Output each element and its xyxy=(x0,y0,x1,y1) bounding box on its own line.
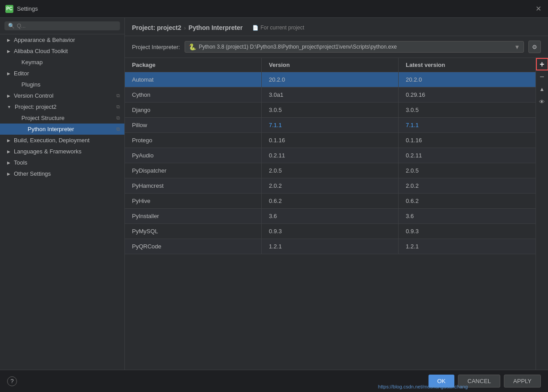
cell-latest: 2.0.2 xyxy=(399,178,536,193)
cell-package: PyHive xyxy=(125,194,262,208)
table-actions: + − ▲ 👁 xyxy=(536,58,548,370)
cell-latest: 1.2.1 xyxy=(399,239,536,254)
cell-package: PyInstaller xyxy=(125,209,262,223)
main-layout: 🔍 ▶Appearance & Behavior▶Alibaba Cloud T… xyxy=(0,18,548,370)
remove-package-button[interactable]: − xyxy=(536,70,548,83)
sidebar-item-label: Plugins xyxy=(21,81,41,88)
table-header: Package Version Latest version xyxy=(125,58,536,72)
cell-package: Django xyxy=(125,103,262,117)
sidebar-item-project-structure[interactable]: Project Structure⧉ xyxy=(0,112,124,124)
python-icon: 🐍 xyxy=(189,43,196,50)
cell-latest: 0.2.11 xyxy=(399,148,536,163)
breadcrumb-scope: 📄 For current project xyxy=(252,25,304,31)
breadcrumb: Project: project2 › Python Interpreter 📄… xyxy=(125,18,548,36)
arrow-right-icon: ▶ xyxy=(7,172,10,176)
cell-package: Automat xyxy=(125,72,262,87)
arrow-down-icon: ▼ xyxy=(7,105,11,109)
table-row[interactable]: PyHive0.6.20.6.2 xyxy=(125,194,536,209)
add-package-button[interactable]: + xyxy=(536,58,548,70)
table-row[interactable]: PyDispatcher2.0.52.0.5 xyxy=(125,163,536,178)
update-package-button[interactable]: ▲ xyxy=(536,83,548,95)
breadcrumb-page: Python Interpreter xyxy=(189,24,243,31)
cell-version: 3.6 xyxy=(262,209,399,223)
cell-package: Pillow xyxy=(125,118,262,132)
interpreter-gear-button[interactable]: ⚙ xyxy=(528,41,541,53)
col-latest: Latest version xyxy=(399,58,536,72)
col-package: Package xyxy=(125,58,262,72)
url-hint: https://blog.csdn.net/moshangduanchang xyxy=(378,384,468,389)
cell-version: 1.2.1 xyxy=(262,239,399,254)
cell-latest: 20.2.0 xyxy=(399,72,536,87)
sidebar-item-build[interactable]: ▶Build, Execution, Deployment xyxy=(0,135,124,146)
close-button[interactable]: ✕ xyxy=(534,4,543,13)
sidebar-item-alibaba[interactable]: ▶Alibaba Cloud Toolkit xyxy=(0,45,124,57)
cell-package: PyDispatcher xyxy=(125,163,262,178)
title-bar: PC Settings ✕ xyxy=(0,0,548,18)
copy-icon: ⧉ xyxy=(116,93,120,99)
sidebar-item-version-control[interactable]: ▶Version Control⧉ xyxy=(0,90,124,101)
table-row[interactable]: Django3.0.53.0.5 xyxy=(125,103,536,118)
arrow-right-icon: ▶ xyxy=(7,161,10,165)
interpreter-row: Project Interpreter: 🐍 Python 3.8 (proje… xyxy=(125,36,548,58)
sidebar-item-languages[interactable]: ▶Languages & Frameworks xyxy=(0,146,124,157)
cell-latest: 3.6 xyxy=(399,209,536,223)
sidebar-item-appearance[interactable]: ▶Appearance & Behavior xyxy=(0,34,124,45)
table-row[interactable]: PyAudio0.2.110.2.11 xyxy=(125,148,536,163)
bottom-left: ? xyxy=(7,376,17,386)
table-row[interactable]: PyMySQL0.9.30.9.3 xyxy=(125,224,536,239)
cell-latest: 2.0.5 xyxy=(399,163,536,178)
col-version: Version xyxy=(262,58,399,72)
search-input[interactable] xyxy=(17,23,116,29)
table-row[interactable]: PyQRCode1.2.11.2.1 xyxy=(125,239,536,254)
sidebar-item-label: Alibaba Cloud Toolkit xyxy=(14,48,68,54)
sidebar-item-label: Python Interpreter xyxy=(28,126,74,132)
cell-latest: 0.29.16 xyxy=(399,87,536,102)
copy-icon: ⧉ xyxy=(116,104,120,110)
cell-version: 2.0.5 xyxy=(262,163,399,178)
table-row[interactable]: Protego0.1.160.1.16 xyxy=(125,133,536,148)
toggle-visibility-button[interactable]: 👁 xyxy=(536,95,548,108)
copy-icon: ⧉ xyxy=(116,115,120,121)
sidebar-item-plugins[interactable]: Plugins xyxy=(0,79,124,90)
cell-version: 3.0a1 xyxy=(262,87,399,102)
table-row[interactable]: Pillow7.1.17.1.1 xyxy=(125,118,536,133)
search-bar: 🔍 xyxy=(0,18,124,34)
cell-version: 2.0.2 xyxy=(262,178,399,193)
sidebar-item-project[interactable]: ▼Project: project2⧉ xyxy=(0,101,124,112)
sidebar-item-editor[interactable]: ▶Editor xyxy=(0,68,124,79)
breadcrumb-separator: › xyxy=(184,25,185,31)
package-table: Package Version Latest version Automat20… xyxy=(125,58,536,370)
help-button[interactable]: ? xyxy=(7,376,17,386)
app-icon: PC xyxy=(5,5,13,13)
table-row[interactable]: PyHamcrest2.0.22.0.2 xyxy=(125,178,536,194)
bottom-bar: ? https://blog.csdn.net/moshangduanchang… xyxy=(0,370,548,392)
cell-version: 0.1.16 xyxy=(262,133,399,148)
arrow-right-icon: ▶ xyxy=(7,149,10,154)
search-wrap[interactable]: 🔍 xyxy=(4,21,120,30)
sidebar-item-python-interpreter[interactable]: Python Interpreter⧉ xyxy=(0,124,124,135)
cell-version: 0.2.11 xyxy=(262,148,399,163)
sidebar-item-tools[interactable]: ▶Tools xyxy=(0,157,124,168)
cell-latest: 7.1.1 xyxy=(399,118,536,132)
interpreter-dropdown[interactable]: 🐍 Python 3.8 (project1) D:\Python3.8\Pyt… xyxy=(185,41,524,53)
cell-version: 0.9.3 xyxy=(262,224,399,239)
dropdown-arrow-icon: ▼ xyxy=(514,44,520,50)
cell-version: 0.6.2 xyxy=(262,194,399,208)
sidebar-item-other-settings[interactable]: ▶Other Settings xyxy=(0,168,124,179)
cell-version: 20.2.0 xyxy=(262,72,399,87)
sidebar-item-label: Editor xyxy=(14,70,29,77)
sidebar-item-keymap[interactable]: Keymap xyxy=(0,57,124,68)
cell-version: 3.0.5 xyxy=(262,103,399,117)
content-area: Project: project2 › Python Interpreter 📄… xyxy=(125,18,548,370)
cell-latest: 0.9.3 xyxy=(399,224,536,239)
sidebar-item-label: Project: project2 xyxy=(15,103,57,110)
table-row[interactable]: Automat20.2.020.2.0 xyxy=(125,72,536,87)
scope-icon: 📄 xyxy=(252,25,259,31)
cell-latest: 0.1.16 xyxy=(399,133,536,148)
cell-package: PyAudio xyxy=(125,148,262,163)
table-row[interactable]: Cython3.0a10.29.16 xyxy=(125,87,536,103)
apply-button[interactable]: APPLY xyxy=(504,375,541,388)
table-row[interactable]: PyInstaller3.63.6 xyxy=(125,209,536,224)
sidebar-item-label: Version Control xyxy=(14,92,54,99)
sidebar: 🔍 ▶Appearance & Behavior▶Alibaba Cloud T… xyxy=(0,18,125,370)
